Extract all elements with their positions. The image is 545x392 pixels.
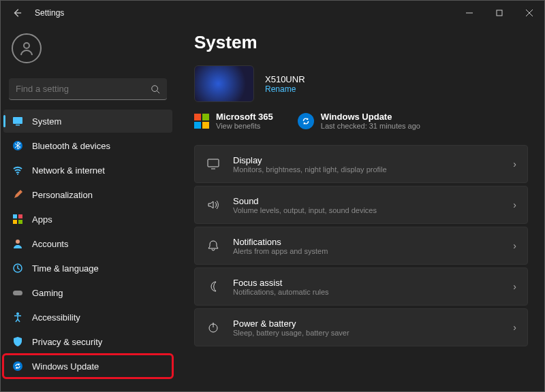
accessibility-icon <box>12 311 24 323</box>
moon-icon <box>206 279 221 294</box>
sidebar: System Bluetooth & devices Network & int… <box>1 25 178 391</box>
card-title: Power & battery <box>233 318 501 329</box>
search-input[interactable] <box>16 84 151 94</box>
sidebar-item-bluetooth[interactable]: Bluetooth & devices <box>3 134 172 157</box>
search-box[interactable] <box>9 78 167 100</box>
svc-sub: View benefits <box>216 122 273 130</box>
svg-rect-8 <box>16 125 20 126</box>
card-notifications[interactable]: Notifications Alerts from apps and syste… <box>194 227 528 265</box>
chevron-right-icon: › <box>513 322 516 333</box>
sidebar-item-accessibility[interactable]: Accessibility <box>3 306 172 329</box>
system-icon <box>12 115 24 127</box>
card-sub: Sleep, battery usage, battery saver <box>233 329 501 337</box>
svg-point-4 <box>24 43 29 48</box>
card-title: Sound <box>233 196 501 206</box>
rename-link[interactable]: Rename <box>265 84 305 94</box>
nav-label: Gaming <box>32 288 63 298</box>
card-focus-assist[interactable]: Focus assist Notifications, automatic ru… <box>194 267 528 306</box>
chevron-right-icon: › <box>513 199 516 210</box>
svg-point-18 <box>16 312 19 315</box>
shield-icon <box>12 336 24 348</box>
svg-point-19 <box>13 361 22 371</box>
window-title: Settings <box>35 8 64 18</box>
chevron-right-icon: › <box>513 159 516 169</box>
svg-rect-12 <box>18 214 22 218</box>
device-name: X510UNR <box>265 74 305 84</box>
svg-rect-7 <box>13 117 22 124</box>
card-sub: Monitors, brightness, night light, displ… <box>233 165 501 174</box>
page-title: System <box>194 32 528 53</box>
close-button[interactable] <box>514 1 544 25</box>
svg-rect-13 <box>13 220 17 224</box>
chevron-right-icon: › <box>513 281 516 292</box>
svg-rect-14 <box>18 220 22 224</box>
clock-icon <box>12 262 24 274</box>
device-info: X510UNR Rename <box>194 65 528 102</box>
nav-label: Network & internet <box>32 165 105 176</box>
settings-cards: Display Monitors, brightness, night ligh… <box>194 145 528 346</box>
update-icon <box>298 113 314 129</box>
nav-label: Bluetooth & devices <box>32 141 110 151</box>
power-icon <box>206 320 221 335</box>
nav-label: System <box>32 116 61 127</box>
sidebar-item-personalization[interactable]: Personalization <box>3 183 172 206</box>
card-title: Focus assist <box>233 278 501 288</box>
svg-line-6 <box>157 91 160 93</box>
svg-point-15 <box>16 240 20 244</box>
svc-sub: Last checked: 31 minutes ago <box>321 122 420 130</box>
main-content: System X510UNR Rename Microsoft 365 View… <box>178 25 544 391</box>
nav-label: Windows Update <box>32 361 99 372</box>
brush-icon <box>12 189 24 201</box>
apps-icon <box>12 213 24 225</box>
gaming-icon <box>12 287 24 299</box>
service-windows-update[interactable]: Windows Update Last checked: 31 minutes … <box>298 112 420 130</box>
sidebar-item-gaming[interactable]: Gaming <box>3 281 172 304</box>
svg-rect-11 <box>13 214 17 218</box>
update-icon <box>12 360 24 372</box>
window-controls <box>454 1 544 25</box>
card-sub: Alerts from apps and system <box>233 247 501 255</box>
svg-rect-1 <box>497 10 502 16</box>
nav-label: Accounts <box>32 239 68 249</box>
sidebar-item-windows-update[interactable]: Windows Update <box>3 355 172 378</box>
back-button[interactable] <box>6 2 28 24</box>
nav-label: Time & language <box>32 263 99 274</box>
minimize-button[interactable] <box>454 1 484 25</box>
display-icon <box>206 157 221 172</box>
svc-title: Microsoft 365 <box>216 112 273 122</box>
card-display[interactable]: Display Monitors, brightness, night ligh… <box>194 145 528 183</box>
nav-label: Personalization <box>32 190 93 200</box>
microsoft-logo-icon <box>194 114 209 129</box>
accounts-icon <box>12 238 24 250</box>
card-power[interactable]: Power & battery Sleep, battery usage, ba… <box>194 308 528 346</box>
maximize-button[interactable] <box>484 1 514 25</box>
sidebar-item-apps[interactable]: Apps <box>3 208 172 231</box>
device-thumbnail <box>194 65 254 102</box>
svg-point-10 <box>17 174 18 175</box>
svg-rect-17 <box>13 291 22 295</box>
sidebar-item-network[interactable]: Network & internet <box>3 159 172 182</box>
nav-label: Privacy & security <box>32 337 102 347</box>
svc-title: Windows Update <box>321 112 420 122</box>
card-sound[interactable]: Sound Volume levels, output, input, soun… <box>194 186 528 224</box>
card-title: Display <box>233 155 501 165</box>
sidebar-item-system[interactable]: System <box>3 110 172 133</box>
nav-label: Apps <box>32 214 52 225</box>
bluetooth-icon <box>12 140 24 152</box>
sidebar-item-accounts[interactable]: Accounts <box>3 232 172 255</box>
card-title: Notifications <box>233 237 501 247</box>
sidebar-item-privacy[interactable]: Privacy & security <box>3 330 172 353</box>
sidebar-item-time[interactable]: Time & language <box>3 257 172 280</box>
titlebar: Settings <box>1 1 544 25</box>
sound-icon <box>206 197 221 212</box>
chevron-right-icon: › <box>513 240 516 251</box>
services-row: Microsoft 365 View benefits Windows Upda… <box>194 112 528 130</box>
bell-icon <box>206 238 221 253</box>
service-microsoft365[interactable]: Microsoft 365 View benefits <box>194 112 273 130</box>
card-sub: Notifications, automatic rules <box>233 288 501 296</box>
wifi-icon <box>12 164 24 176</box>
search-icon <box>151 84 160 94</box>
nav-label: Accessibility <box>32 312 80 323</box>
card-sub: Volume levels, output, input, sound devi… <box>233 206 501 214</box>
profile-section[interactable] <box>3 31 172 74</box>
